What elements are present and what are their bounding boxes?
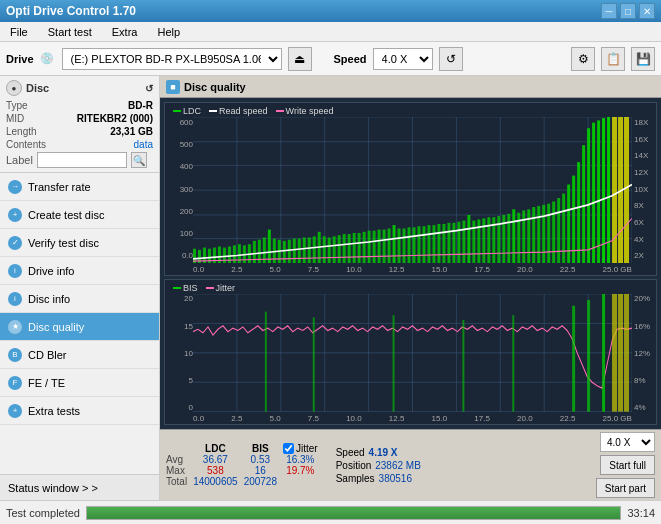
svg-rect-50 xyxy=(358,233,361,263)
bis-total: 200728 xyxy=(244,476,277,487)
svg-rect-69 xyxy=(452,223,455,264)
status-window-button[interactable]: Status window > > xyxy=(0,474,159,500)
top-chart-svg xyxy=(193,117,632,263)
menu-extra[interactable]: Extra xyxy=(106,24,144,40)
menu-help[interactable]: Help xyxy=(151,24,186,40)
start-part-button[interactable]: Start part xyxy=(596,478,655,498)
svg-rect-37 xyxy=(293,239,296,264)
samples-stat-value: 380516 xyxy=(379,473,412,484)
svg-rect-38 xyxy=(298,239,301,264)
svg-rect-101 xyxy=(612,117,617,263)
ldc-label: LDC xyxy=(183,106,201,116)
fe-te-icon: F xyxy=(8,376,22,390)
svg-rect-43 xyxy=(323,236,326,263)
minimize-button[interactable]: ─ xyxy=(601,3,617,19)
jitter-checkbox[interactable] xyxy=(283,443,294,454)
svg-rect-92 xyxy=(567,185,570,264)
svg-rect-48 xyxy=(348,234,351,263)
legend-read-speed: Read speed xyxy=(209,106,268,116)
sidebar-item-disc-quality[interactable]: ★ Disc quality xyxy=(0,313,159,341)
jitter-check: Jitter xyxy=(283,443,318,454)
disc-type-label: Type xyxy=(6,100,28,111)
svg-rect-121 xyxy=(393,316,395,412)
svg-rect-98 xyxy=(597,120,600,263)
svg-rect-58 xyxy=(398,228,401,263)
disc-type-value: BD-R xyxy=(128,100,153,111)
speed-select[interactable]: 4.0 X xyxy=(373,48,433,70)
svg-rect-67 xyxy=(442,224,445,263)
ldc-total: 14000605 xyxy=(193,476,238,487)
drive-select[interactable]: (E:) PLEXTOR BD-R PX-LB950SA 1.06 xyxy=(62,48,282,70)
menu-start-test[interactable]: Start test xyxy=(42,24,98,40)
nav-label-create-test-disc: Create test disc xyxy=(28,209,104,221)
sidebar-item-extra-tests[interactable]: + Extra tests xyxy=(0,397,159,425)
disc-contents-row: Contents data xyxy=(6,139,153,150)
write-speed-color xyxy=(276,110,284,112)
disc-label-btn[interactable]: 🔍 xyxy=(131,152,147,168)
app-title: Opti Drive Control 1.70 xyxy=(6,4,136,18)
disc-refresh-icon[interactable]: ↺ xyxy=(145,83,153,94)
settings-btn1[interactable]: ⚙ xyxy=(571,47,595,71)
svg-rect-49 xyxy=(353,233,356,263)
samples-stat-label: Samples xyxy=(336,473,375,484)
disc-label-key: Label xyxy=(6,154,33,166)
speed-stat-row: Speed 4.19 X xyxy=(336,447,421,458)
disc-info-icon: i xyxy=(8,292,22,306)
svg-rect-61 xyxy=(413,227,416,263)
top-chart-legend: LDC Read speed Write speed xyxy=(173,106,333,116)
svg-rect-103 xyxy=(624,117,629,263)
disc-length-value: 23,31 GB xyxy=(110,126,153,137)
test-speed-select[interactable]: 4.0 X xyxy=(600,432,655,452)
menu-file[interactable]: File xyxy=(4,24,34,40)
maximize-button[interactable]: □ xyxy=(620,3,636,19)
sidebar-item-verify-test-disc[interactable]: ✓ Verify test disc xyxy=(0,229,159,257)
svg-rect-55 xyxy=(383,230,386,264)
sidebar-item-transfer-rate[interactable]: → Transfer rate xyxy=(0,173,159,201)
sidebar-item-create-test-disc[interactable]: + Create test disc xyxy=(0,201,159,229)
bis-col-header: BIS xyxy=(244,443,277,454)
close-button[interactable]: ✕ xyxy=(639,3,655,19)
content-area: ● Disc ↺ Type BD-R MID RITEKBR2 (000) Le… xyxy=(0,76,661,500)
bis-avg: 0.53 xyxy=(244,454,277,465)
sidebar-item-disc-info[interactable]: i Disc info xyxy=(0,285,159,313)
avg-label: Avg xyxy=(166,454,187,465)
svg-rect-23 xyxy=(223,248,226,264)
jitter-max: 19.7% xyxy=(283,465,318,476)
bottom-chart-y-left: 20 15 10 5 0 xyxy=(167,294,193,412)
svg-rect-80 xyxy=(507,214,510,264)
bottom-chart-svg xyxy=(193,294,632,412)
svg-rect-45 xyxy=(333,236,336,263)
svg-rect-63 xyxy=(422,226,425,263)
nav-label-cd-bler: CD Bler xyxy=(28,349,67,361)
jitter-col-header: Jitter xyxy=(296,443,318,454)
refresh-button[interactable]: ↺ xyxy=(439,47,463,71)
disc-title-label: Disc xyxy=(26,82,49,94)
nav-label-fe-te: FE / TE xyxy=(28,377,65,389)
sidebar-item-cd-bler[interactable]: B CD Bler xyxy=(0,341,159,369)
settings-btn2[interactable]: 📋 xyxy=(601,47,625,71)
sidebar-item-fe-te[interactable]: F FE / TE xyxy=(0,369,159,397)
jitter-avg: 16.3% xyxy=(283,454,318,465)
samples-stat-row: Samples 380516 xyxy=(336,473,421,484)
sidebar-item-drive-info[interactable]: i Drive info xyxy=(0,257,159,285)
chart-area: ■ Disc quality LDC Read speed xyxy=(160,76,661,500)
top-chart: LDC Read speed Write speed 600 500 xyxy=(164,102,657,276)
position-stat-row: Position 23862 MB xyxy=(336,460,421,471)
svg-rect-126 xyxy=(602,294,605,412)
drive-icon: 💿 xyxy=(40,52,54,65)
nav-label-disc-quality: Disc quality xyxy=(28,321,84,333)
legend-bis: BIS xyxy=(173,283,198,293)
eject-button[interactable]: ⏏ xyxy=(288,47,312,71)
top-chart-y-right: 18X 16X 14X 12X 10X 8X 6X 4X 2X xyxy=(634,118,654,260)
save-button[interactable]: 💾 xyxy=(631,47,655,71)
nav-label-transfer-rate: Transfer rate xyxy=(28,181,91,193)
svg-rect-76 xyxy=(487,217,490,263)
start-full-button[interactable]: Start full xyxy=(600,455,655,475)
svg-rect-91 xyxy=(562,194,565,264)
svg-rect-81 xyxy=(512,209,515,263)
disc-label-input[interactable] xyxy=(37,152,127,168)
nav-label-extra-tests: Extra tests xyxy=(28,405,80,417)
bottom-chart-y-right: 20% 16% 12% 8% 4% xyxy=(634,294,654,412)
ldc-color xyxy=(173,110,181,112)
svg-rect-83 xyxy=(522,210,525,263)
